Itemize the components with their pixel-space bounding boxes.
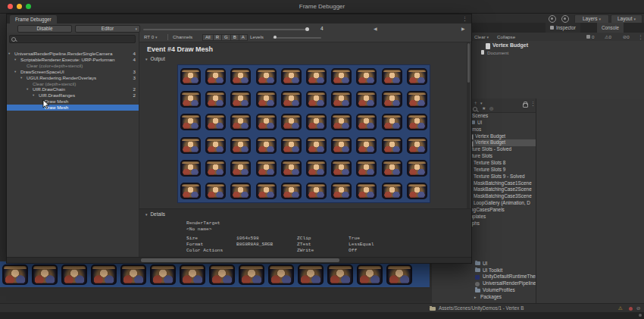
sprite-thumbnail xyxy=(382,68,402,85)
vertical-scrollbar-thumb[interactable] xyxy=(467,43,470,83)
project-item-label: MaskBatchingCase2Scene xyxy=(474,186,532,192)
foldout-arrow-icon[interactable]: ▾ xyxy=(14,57,16,63)
sprite-thumbnail xyxy=(150,264,176,285)
kebab-menu-icon[interactable]: ⋮ xyxy=(638,33,643,41)
sprite-thumbnail xyxy=(205,91,226,108)
project-item[interactable]: UI Toolkit xyxy=(432,267,536,274)
event-label: UIR.DrawChain xyxy=(33,86,65,92)
project-item[interactable]: ▸Packages xyxy=(432,294,536,300)
levels-slider[interactable] xyxy=(273,37,321,39)
project-item-label: Scenes xyxy=(472,113,488,119)
document-icon xyxy=(481,50,484,55)
error-badge[interactable]: ⊘0 xyxy=(623,33,630,41)
project-item-label: Vertex Budget xyxy=(475,139,505,145)
event-tree-row[interactable]: Clear (depth+stencil) xyxy=(7,81,139,87)
sprite-thumbnail xyxy=(327,264,353,285)
sprite-thumbnail xyxy=(281,68,302,85)
collapse-button[interactable]: Collapse xyxy=(497,33,515,41)
project-item-label: UI xyxy=(483,261,487,267)
foldout-arrow-icon[interactable]: ▾ xyxy=(14,69,16,75)
sprite-thumbnail xyxy=(205,137,226,154)
channel-button-a[interactable]: A xyxy=(239,34,248,41)
horizontal-scrollbar-thumb[interactable] xyxy=(141,258,339,262)
sprite-thumbnail xyxy=(268,264,294,285)
event-tree-row[interactable]: Clear (color+depth+stencil) xyxy=(7,63,139,69)
window-title: Frame Debugger xyxy=(0,0,644,13)
account-icon[interactable] xyxy=(561,15,569,23)
project-item-label: Texture Slots 9 - Solved xyxy=(474,174,525,180)
previous-event-button[interactable]: ◀ xyxy=(374,26,377,32)
details-key: Size xyxy=(186,236,198,241)
kebab-menu-icon[interactable]: ⋮ xyxy=(462,16,467,22)
add-asset-button[interactable]: ＋ xyxy=(473,99,478,106)
info-badge[interactable]: 0 xyxy=(586,33,594,41)
foldout-arrow-icon[interactable]: ▾ xyxy=(20,75,22,81)
event-tree-row[interactable]: Draw Mesh xyxy=(7,99,139,105)
sprite-thumbnail xyxy=(306,114,327,130)
sprite-thumbnail xyxy=(32,264,58,285)
event-tree-row[interactable]: ▾UGUI.Rendering.RenderOverlays3 xyxy=(7,75,139,81)
warning-badge[interactable]: ⚠0 xyxy=(605,33,611,41)
status-error-icon[interactable] xyxy=(629,307,633,311)
foldout-arrow-icon[interactable]: ▾ xyxy=(8,51,10,57)
sprite-thumbnail xyxy=(230,160,251,177)
kebab-menu-icon[interactable]: ⋮ xyxy=(530,101,536,107)
event-tree-row[interactable]: Draw Mesh xyxy=(7,105,139,111)
sprite-thumbnail xyxy=(407,183,427,199)
next-event-button[interactable]: ▶ xyxy=(461,26,465,32)
mouse-cursor xyxy=(42,99,50,113)
sprite-thumbnail xyxy=(281,91,302,108)
project-item-label: Vertex Budget xyxy=(475,133,505,139)
levels-slider-knob[interactable] xyxy=(274,36,277,39)
event-tree-row[interactable]: ▾UIR.DrawChain2 xyxy=(7,86,139,92)
foldout-arrow-icon[interactable]: ▾ xyxy=(33,92,34,99)
label-icon[interactable]: ◎ xyxy=(489,105,493,112)
sprite-thumbnail xyxy=(331,183,352,199)
right-tabstrip: Inspector Console xyxy=(471,23,644,33)
project-item[interactable]: UniversalRenderPipelineGlobalSet xyxy=(432,280,536,286)
disable-button[interactable]: Disable xyxy=(17,25,72,33)
vertical-scrollbar[interactable] xyxy=(467,42,470,208)
event-number[interactable]: 4 xyxy=(320,26,324,32)
tab-frame-debugger[interactable]: Frame Debugger xyxy=(10,15,57,23)
sprite-thumbnail xyxy=(281,114,302,130)
dock-strip xyxy=(0,312,644,319)
event-slider[interactable] xyxy=(143,29,308,30)
event-detail-panel: RT 0 ▾ Channels AllRGBA Levels Event #4 … xyxy=(139,33,471,257)
output-foldout[interactable]: ▼Output xyxy=(145,56,165,61)
target-dropdown[interactable]: Editor ▾ xyxy=(75,25,140,33)
info-icon xyxy=(586,35,590,39)
sprite-thumbnail xyxy=(386,264,412,285)
sprite-thumbnail xyxy=(357,264,383,285)
project-item[interactable]: VolumeProfiles xyxy=(432,287,536,293)
event-tree-row[interactable]: ▾UIR.DrawRanges2 xyxy=(7,92,139,99)
horizontal-scrollbar[interactable] xyxy=(7,257,471,263)
channel-button-all[interactable]: All xyxy=(202,34,214,41)
foldout-arrow-icon[interactable]: ▸ xyxy=(474,294,477,300)
sprite-thumbnail xyxy=(180,264,205,285)
project-item[interactable]: UnityDefaultRuntimeTheme xyxy=(432,274,536,280)
lock-icon[interactable] xyxy=(523,103,528,108)
sprite-thumbnail xyxy=(281,160,302,177)
event-tree-row[interactable]: ▾UniversalRenderPipeline.RenderSingleCam… xyxy=(7,51,139,57)
details-key: Color Actions xyxy=(186,248,223,253)
event-tree-row[interactable]: ▾ScriptableRenderer.Execute: URP-Perform… xyxy=(7,57,139,63)
search-input[interactable] xyxy=(9,35,136,43)
inspector-body xyxy=(536,99,644,303)
details-key: ZWrite xyxy=(297,248,314,253)
event-slider-knob[interactable] xyxy=(305,27,309,31)
sprite-thumbnail xyxy=(356,68,377,85)
sprite-thumbnail xyxy=(331,91,352,108)
foldout-arrow-icon[interactable]: ▾ xyxy=(27,86,28,92)
details-foldout[interactable]: ▼Details xyxy=(145,211,165,217)
rt-dropdown[interactable]: RT 0 ▾ xyxy=(144,33,157,42)
tab-inspector[interactable]: Inspector xyxy=(546,23,580,33)
event-tree-row[interactable]: ▾DrawScreenSpaceUI3 xyxy=(7,69,139,75)
tab-console[interactable]: Console xyxy=(597,23,624,33)
inspector-panel: Vertex Budget Document xyxy=(471,41,644,99)
cloud-icon[interactable] xyxy=(549,15,556,23)
favorites-icon[interactable]: ★ xyxy=(482,105,486,112)
event-label: DrawScreenSpaceUI xyxy=(20,69,64,75)
sprite-thumbnail xyxy=(230,114,251,130)
folder-icon xyxy=(430,307,436,311)
